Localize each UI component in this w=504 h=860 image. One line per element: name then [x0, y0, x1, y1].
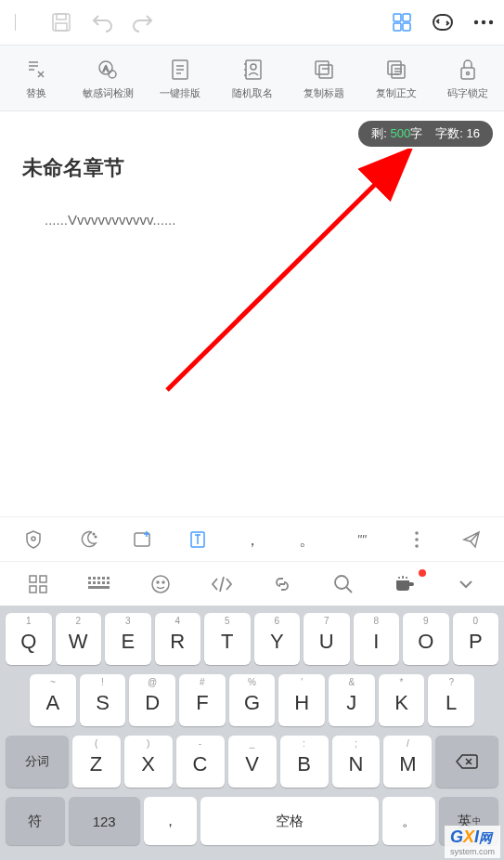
- tool-copy-body[interactable]: 复制正文: [360, 46, 433, 111]
- key-b[interactable]: :B: [280, 736, 329, 788]
- svg-rect-46: [107, 581, 110, 584]
- copy-body-icon: [385, 57, 407, 83]
- kb-row-bottom: 符 123 ， 空格 。 英中: [4, 797, 500, 853]
- tool-label: 敏感词检测: [83, 86, 134, 100]
- swap-icon[interactable]: [430, 9, 456, 35]
- tool-copy-title[interactable]: 复制标题: [288, 46, 360, 111]
- kb-code-icon[interactable]: [191, 562, 252, 606]
- kb-search-icon[interactable]: [313, 562, 374, 606]
- key-i[interactable]: 8I: [354, 613, 400, 665]
- key-t[interactable]: 5T: [204, 613, 251, 665]
- svg-rect-1: [57, 14, 66, 20]
- key-symbol[interactable]: 符: [6, 797, 65, 845]
- key-shift[interactable]: 分词: [6, 736, 69, 788]
- tool-label: 替换: [26, 86, 46, 100]
- kb-coffee-icon[interactable]: [374, 562, 435, 606]
- redo-icon[interactable]: [130, 9, 156, 35]
- key-d[interactable]: @D: [129, 674, 175, 726]
- word-counter[interactable]: 剩: 500字 字数: 16: [358, 121, 493, 147]
- svg-point-9: [482, 20, 485, 24]
- key-v[interactable]: _V: [228, 736, 277, 788]
- key-e[interactable]: 3E: [105, 613, 151, 665]
- svg-point-25: [32, 537, 35, 541]
- chapter-title[interactable]: 未命名章节: [22, 154, 482, 182]
- svg-point-22: [467, 72, 470, 74]
- kb-tab-add-icon[interactable]: [117, 517, 168, 561]
- svg-point-50: [162, 581, 164, 583]
- kb-keyboard-icon[interactable]: [69, 562, 130, 606]
- kb-comma[interactable]: ，: [226, 517, 278, 561]
- save-icon[interactable]: [48, 9, 74, 35]
- tool-format[interactable]: 一键排版: [144, 46, 216, 111]
- kb-row-1: 1Q2W3E4R5T6Y7U8I9O0P: [4, 613, 500, 665]
- svg-point-16: [251, 64, 256, 70]
- chapter-body[interactable]: ......Vvvvvvvvvvvv......: [22, 212, 482, 228]
- kb-send-icon[interactable]: [446, 517, 497, 561]
- grid-icon[interactable]: [389, 9, 415, 35]
- key-j[interactable]: &J: [329, 674, 375, 726]
- kb-quote[interactable]: "": [336, 517, 387, 561]
- kb-apps-icon[interactable]: [7, 562, 69, 606]
- svg-point-49: [157, 581, 159, 583]
- svg-rect-17: [316, 61, 329, 74]
- key-g[interactable]: %G: [229, 674, 276, 726]
- back-icon[interactable]: [7, 9, 33, 35]
- key-k[interactable]: *K: [379, 674, 425, 726]
- format-icon: [170, 57, 190, 83]
- svg-rect-2: [56, 23, 67, 31]
- toolbar: 替换 A 敏感词检测 一键排版 随机取名 复制标题 复制正文 码字锁定: [0, 45, 504, 111]
- key-l[interactable]: ?L: [428, 674, 474, 726]
- key-a[interactable]: ~A: [30, 674, 76, 726]
- key-f[interactable]: #F: [179, 674, 226, 726]
- undo-icon[interactable]: [89, 9, 115, 35]
- tool-sensitive[interactable]: A 敏感词检测: [72, 46, 145, 111]
- key-numeric[interactable]: 123: [69, 797, 140, 845]
- editor-content[interactable]: 未命名章节 ......Vvvvvvvvvvvv......: [0, 147, 504, 235]
- tool-label: 复制标题: [304, 86, 344, 100]
- key-w[interactable]: 2W: [56, 613, 102, 665]
- kb-link-icon[interactable]: [252, 562, 314, 606]
- svg-point-51: [335, 576, 348, 589]
- svg-rect-43: [93, 581, 96, 584]
- key-m[interactable]: /M: [383, 736, 432, 788]
- svg-rect-4: [403, 14, 410, 21]
- svg-rect-33: [30, 576, 36, 582]
- kb-row-2: ~A!S@D#F%G'H&J*K?L: [4, 674, 500, 726]
- svg-point-30: [415, 531, 419, 535]
- key-q[interactable]: 1Q: [6, 613, 52, 665]
- kb-text-select-icon[interactable]: [172, 517, 223, 561]
- top-right-group: [389, 9, 497, 35]
- tool-lock[interactable]: 码字锁定: [432, 46, 504, 111]
- svg-rect-35: [30, 586, 36, 593]
- key-h[interactable]: 'H: [278, 674, 325, 726]
- svg-rect-19: [388, 61, 401, 74]
- svg-rect-40: [102, 577, 105, 580]
- tool-label: 复制正文: [376, 86, 417, 100]
- key-comma[interactable]: ，: [144, 797, 197, 845]
- tool-replace[interactable]: 替换: [0, 46, 72, 111]
- kb-period[interactable]: 。: [281, 517, 332, 561]
- key-s[interactable]: !S: [80, 674, 126, 726]
- key-z[interactable]: (Z: [72, 736, 121, 788]
- kb-shield-icon[interactable]: [7, 517, 58, 561]
- key-c[interactable]: -C: [176, 736, 225, 788]
- tool-random-name[interactable]: 随机取名: [216, 46, 289, 111]
- key-u[interactable]: 7U: [304, 613, 350, 665]
- kb-moon-icon[interactable]: [62, 517, 113, 561]
- key-o[interactable]: 9O: [403, 613, 449, 665]
- tool-label: 随机取名: [232, 86, 273, 100]
- key-period[interactable]: 。: [382, 797, 435, 845]
- more-icon[interactable]: [471, 9, 497, 35]
- key-x[interactable]: )X: [124, 736, 173, 788]
- key-y[interactable]: 6Y: [254, 613, 301, 665]
- key-backspace[interactable]: [435, 736, 498, 788]
- kb-more-vert-icon[interactable]: [391, 517, 442, 561]
- key-p[interactable]: 0P: [453, 613, 499, 665]
- key-space[interactable]: 空格: [200, 797, 379, 845]
- notification-dot: [419, 569, 426, 577]
- kb-emoji-icon[interactable]: [130, 562, 191, 606]
- sensitive-icon: A: [97, 57, 119, 83]
- key-n[interactable]: ;N: [332, 736, 381, 788]
- key-r[interactable]: 4R: [155, 613, 201, 665]
- kb-collapse-icon[interactable]: [435, 562, 497, 606]
